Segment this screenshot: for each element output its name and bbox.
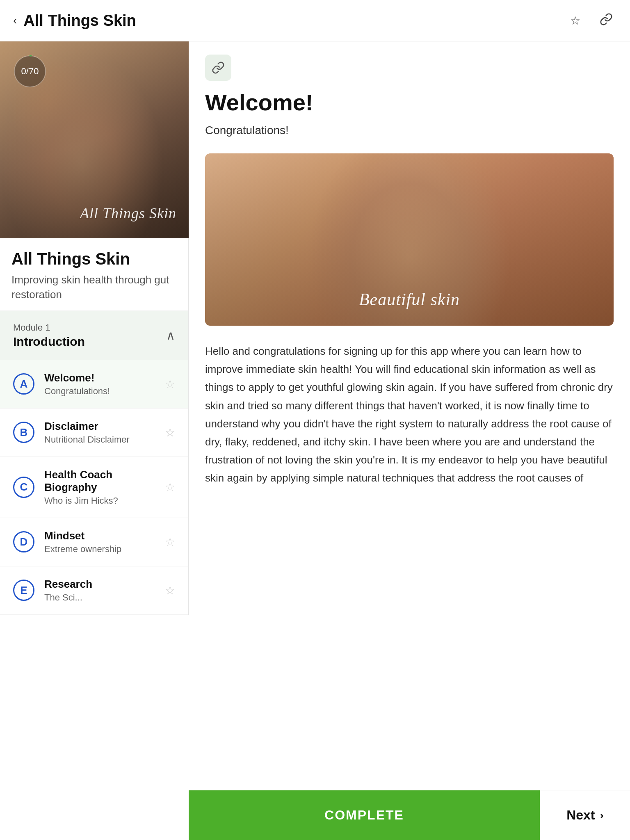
back-button[interactable]: ‹ bbox=[13, 14, 17, 27]
bookmark-icon: ☆ bbox=[570, 14, 580, 27]
right-panel: Welcome! Congratulations! Beautiful skin… bbox=[189, 41, 630, 615]
welcome-content: Welcome! Congratulations! Beautiful skin bbox=[189, 89, 630, 326]
lesson-content-b: Disclaimer Nutritional Disclaimer bbox=[44, 420, 165, 445]
lesson-title-b: Disclaimer bbox=[44, 420, 165, 433]
bookmark-lesson-b[interactable]: ☆ bbox=[165, 426, 175, 439]
main-layout: 0/70 All Things Skin All Things Skin Imp… bbox=[0, 41, 630, 615]
bookmark-lesson-c[interactable]: ☆ bbox=[165, 480, 175, 494]
next-label: Next bbox=[566, 808, 595, 823]
lesson-title-d: Mindset bbox=[44, 530, 165, 542]
chevron-up-icon: ∧ bbox=[166, 328, 175, 342]
welcome-title: Welcome! bbox=[205, 89, 614, 116]
lesson-letter-b: B bbox=[13, 422, 34, 443]
module-label: Module 1 bbox=[13, 322, 85, 333]
course-title: All Things Skin bbox=[11, 250, 177, 268]
progress-circle: 0/70 bbox=[11, 53, 48, 90]
lesson-content-e: Research The Sci... bbox=[44, 578, 165, 603]
lesson-content-a: Welcome! Congratulations! bbox=[44, 372, 165, 397]
lesson-letter-a: A bbox=[13, 373, 34, 395]
header-right: ☆ bbox=[564, 10, 617, 31]
header-title: All Things Skin bbox=[23, 12, 136, 30]
lesson-subtitle-a: Congratulations! bbox=[44, 386, 165, 397]
lesson-letter-e: E bbox=[13, 580, 34, 601]
link-badge[interactable] bbox=[205, 55, 231, 81]
share-icon bbox=[600, 13, 613, 29]
skin-image-caption: Beautiful skin bbox=[205, 290, 614, 309]
lesson-item[interactable]: A Welcome! Congratulations! ☆ bbox=[0, 360, 188, 409]
lesson-title-c: Health Coach Biography bbox=[44, 468, 165, 494]
bookmark-button[interactable]: ☆ bbox=[564, 10, 586, 31]
bottom-buttons: COMPLETE Next › bbox=[189, 790, 630, 840]
lesson-subtitle-c: Who is Jim Hicks? bbox=[44, 495, 165, 506]
module-name: Introduction bbox=[13, 335, 85, 349]
course-subtitle: Improving skin health through gut restor… bbox=[11, 272, 177, 302]
next-button[interactable]: Next › bbox=[540, 790, 630, 840]
lesson-subtitle-d: Extreme ownership bbox=[44, 544, 165, 555]
lesson-letter-c: C bbox=[13, 477, 34, 498]
body-text: Hello and congratulations for signing up… bbox=[189, 342, 630, 487]
left-panel: 0/70 All Things Skin All Things Skin Imp… bbox=[0, 41, 189, 615]
course-thumbnail: 0/70 All Things Skin bbox=[0, 41, 189, 238]
lesson-subtitle-e: The Sci... bbox=[44, 592, 165, 603]
header-left: ‹ All Things Skin bbox=[13, 12, 136, 30]
chevron-right-icon: › bbox=[600, 809, 604, 822]
progress-label: 0/70 bbox=[11, 53, 48, 90]
module-header[interactable]: Module 1 Introduction ∧ bbox=[0, 311, 188, 360]
lesson-item[interactable]: E Research The Sci... ☆ bbox=[0, 566, 188, 615]
lesson-content-d: Mindset Extreme ownership bbox=[44, 530, 165, 555]
bookmark-lesson-e[interactable]: ☆ bbox=[165, 584, 175, 597]
bookmark-lesson-a[interactable]: ☆ bbox=[165, 377, 175, 391]
share-button[interactable] bbox=[596, 10, 617, 31]
app-header: ‹ All Things Skin ☆ bbox=[0, 0, 630, 41]
lesson-subtitle-b: Nutritional Disclaimer bbox=[44, 434, 165, 445]
lesson-item[interactable]: D Mindset Extreme ownership ☆ bbox=[0, 518, 188, 566]
lesson-letter-d: D bbox=[13, 531, 34, 552]
bookmark-lesson-d[interactable]: ☆ bbox=[165, 535, 175, 549]
course-info: All Things Skin Improving skin health th… bbox=[0, 238, 188, 311]
complete-button[interactable]: COMPLETE bbox=[189, 790, 540, 840]
welcome-congratulations: Congratulations! bbox=[205, 124, 614, 137]
lesson-content-c: Health Coach Biography Who is Jim Hicks? bbox=[44, 468, 165, 506]
lesson-item[interactable]: B Disclaimer Nutritional Disclaimer ☆ bbox=[0, 409, 188, 457]
lesson-title-e: Research bbox=[44, 578, 165, 591]
lesson-item[interactable]: C Health Coach Biography Who is Jim Hick… bbox=[0, 457, 188, 518]
skin-image: Beautiful skin bbox=[205, 153, 614, 326]
course-watermark: All Things Skin bbox=[80, 205, 176, 222]
lesson-title-a: Welcome! bbox=[44, 372, 165, 384]
module-info: Module 1 Introduction bbox=[13, 322, 85, 349]
